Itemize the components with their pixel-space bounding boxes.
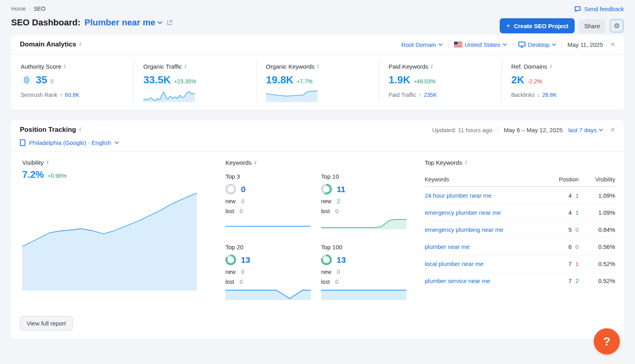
info-icon[interactable]: i xyxy=(47,160,48,166)
info-icon[interactable]: i xyxy=(185,64,186,70)
metric-authority-score: Authority Scorei 35 0 Semrush Rank ↑ 60.… xyxy=(11,59,133,102)
info-icon[interactable]: i xyxy=(550,64,552,70)
chevron-down-icon xyxy=(158,21,162,24)
gear-icon: ⚙ xyxy=(614,22,620,30)
breadcrumb-seo: SEO xyxy=(34,6,46,12)
organic-traffic-value: 33.5K xyxy=(143,74,171,86)
info-icon[interactable]: i xyxy=(255,160,256,166)
organic-keywords-delta: +7.7% xyxy=(296,78,312,85)
keyword-bucket-top10: Top 10 11 new2 lost0 xyxy=(321,173,406,229)
divider xyxy=(448,41,448,48)
root-domain-select[interactable]: Root Domain xyxy=(401,41,443,48)
date-label: May 11, 2025 xyxy=(568,41,603,48)
donut-chart xyxy=(225,254,236,265)
paid-keywords-value: 1.9K xyxy=(389,74,410,86)
info-icon[interactable]: i xyxy=(79,41,81,48)
breadcrumb: Home › SEO xyxy=(11,6,624,12)
organic-keywords-sparkline xyxy=(266,89,318,102)
close-icon[interactable]: ✕ xyxy=(610,126,615,133)
info-icon[interactable]: i xyxy=(431,64,433,70)
table-row: 24 hour plumber near me 41 1.09% xyxy=(425,187,615,204)
top20-sparkline xyxy=(225,288,311,300)
organic-traffic-sparkline xyxy=(143,89,195,102)
page-header: Home › SEO Send feedback SEO Dashboard: … xyxy=(0,0,635,35)
create-seo-project-button[interactable]: + Create SEO Project xyxy=(500,18,575,33)
keyword-link[interactable]: emergency plumber near me xyxy=(425,209,501,216)
keyword-bucket-top3: Top 3 0 new0 lost0 xyxy=(225,173,311,229)
country-select[interactable]: United States xyxy=(454,41,507,48)
semrush-rank-link[interactable]: 60.8K xyxy=(65,92,80,98)
donut-chart xyxy=(321,254,332,265)
settings-button[interactable]: ⚙ xyxy=(610,19,624,33)
table-row: emergency plumbing near me 50 0.84% xyxy=(425,221,615,238)
view-full-report-button[interactable]: View full report xyxy=(20,316,73,331)
ref-domains-delta: -2.2% xyxy=(527,78,542,85)
keyword-link[interactable]: emergency plumbing near me xyxy=(425,226,503,233)
table-row: emergency plumber near me 41 1.09% xyxy=(425,204,615,221)
desktop-icon xyxy=(518,42,525,48)
send-feedback-link[interactable]: Send feedback xyxy=(574,6,624,12)
arrow-up-icon: ↑ xyxy=(419,92,421,98)
breadcrumb-home[interactable]: Home xyxy=(11,6,26,12)
mobile-device-icon xyxy=(20,139,25,146)
arrow-down-icon: ↓ xyxy=(537,92,540,98)
visibility-value: 7.2% xyxy=(22,169,44,180)
info-icon[interactable]: i xyxy=(465,160,467,166)
chevron-right-icon: › xyxy=(29,6,31,11)
keyword-link[interactable]: local plumber near me xyxy=(425,260,483,267)
help-button[interactable]: ? xyxy=(594,328,620,354)
info-icon[interactable]: i xyxy=(79,127,81,133)
paid-traffic-link[interactable]: 235K xyxy=(424,92,437,98)
ref-domains-value: 2K xyxy=(511,74,524,86)
table-row: plumber near me 60 0.56% xyxy=(425,238,615,255)
share-button[interactable]: Share xyxy=(579,19,606,33)
donut-chart xyxy=(321,184,332,195)
keyword-link[interactable]: 24 hour plumber near me xyxy=(425,192,491,199)
authority-value: 35 xyxy=(36,74,47,86)
arrow-up-icon: ↑ xyxy=(60,92,63,98)
top10-sparkline xyxy=(321,218,406,229)
keyword-link[interactable]: plumber near me xyxy=(425,243,470,250)
visibility-section: Visibilityi 7.2% +0.98% xyxy=(22,159,208,300)
metric-paid-keywords: Paid Keywordsi 1.9K +48.03% Paid Traffic… xyxy=(379,59,501,102)
date-range-label: May 6 – May 12, 2025 xyxy=(504,127,562,133)
question-mark-icon: ? xyxy=(603,335,610,348)
domain-analytics-title: Domain Analytics xyxy=(20,40,76,48)
keyword-link[interactable]: plumber service near me xyxy=(425,277,490,284)
feedback-bubble-icon xyxy=(574,6,581,12)
top-keywords-section: Top Keywordsi Keywords Position Visibili… xyxy=(425,159,615,300)
authority-gauge-icon xyxy=(21,74,33,86)
lost-count: 0 xyxy=(240,279,243,285)
metric-ref-domains: Ref. Domainsi 2K -2.2% Backlinks ↓ 26.8K xyxy=(501,59,624,102)
updated-label: Updated: 11 hours ago xyxy=(432,127,493,133)
bucket-value: 13 xyxy=(337,255,346,265)
chevron-down-icon xyxy=(552,43,556,46)
close-icon[interactable]: ✕ xyxy=(610,41,615,48)
info-icon[interactable]: i xyxy=(64,64,66,70)
chevron-down-icon xyxy=(599,129,603,131)
domain-analytics-card: Domain Analytics i Root Domain United St… xyxy=(11,35,624,110)
external-link-icon[interactable] xyxy=(166,19,173,26)
backlinks-link[interactable]: 26.8K xyxy=(542,92,557,98)
position-change: 0 xyxy=(575,243,579,250)
visibility-delta: +0.98% xyxy=(48,173,67,179)
lost-count: 0 xyxy=(335,208,339,214)
info-icon[interactable]: i xyxy=(318,64,319,70)
top-keywords-table: Keywords Position Visibility 24 hour plu… xyxy=(425,172,615,289)
lost-count: 0 xyxy=(335,279,339,285)
organic-traffic-delta: +23.35% xyxy=(174,78,196,85)
top3-sparkline xyxy=(225,225,311,228)
metric-organic-traffic: Organic Traffici 33.5K +23.35% xyxy=(133,59,256,102)
campaign-location-select[interactable]: Philadelphia (Google) · English xyxy=(20,139,615,146)
range-select[interactable]: last 7 days xyxy=(568,127,603,133)
divider xyxy=(512,41,513,48)
project-selector[interactable]: Plumber near me xyxy=(85,17,163,28)
device-select[interactable]: Desktop xyxy=(518,41,556,48)
page-title: SEO Dashboard: xyxy=(11,17,81,28)
visibility-area-chart xyxy=(22,191,197,291)
keyword-bucket-top20: Top 20 13 new0 lost0 xyxy=(225,244,311,300)
divider xyxy=(498,126,498,133)
bucket-value: 0 xyxy=(241,185,246,194)
top100-sparkline xyxy=(321,288,406,300)
table-header: Keywords Position Visibility xyxy=(425,172,615,187)
